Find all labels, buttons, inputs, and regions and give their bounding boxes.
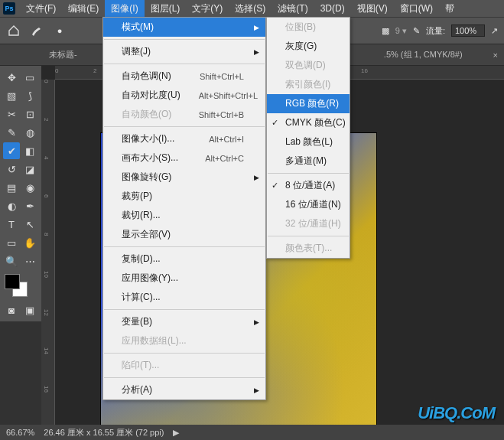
menu-apply-image[interactable]: 应用图像(Y)...	[103, 269, 265, 288]
quickmask-icon[interactable]: ◙	[3, 301, 20, 318]
shape-tool-icon[interactable]: ▭	[3, 234, 20, 251]
menu-trap[interactable]: 陷印(T)...	[103, 356, 265, 375]
ruler-tick: 12	[43, 309, 50, 316]
menu-file[interactable]: 文件(F)	[20, 0, 62, 18]
brush-size-icon[interactable]: ●	[52, 23, 67, 38]
mode-multichannel[interactable]: 多通道(M)	[267, 152, 350, 171]
ruler-tick: 2	[43, 118, 50, 121]
mode-rgb[interactable]: RGB 颜色(R)	[267, 94, 350, 113]
eraser-tool-icon[interactable]: ◪	[21, 161, 38, 178]
brush-tool-icon[interactable]: ✔	[3, 142, 20, 159]
menu-auto-contrast[interactable]: 自动对比度(U)Alt+Shift+Ctrl+L	[103, 86, 265, 105]
opacity-icon[interactable]: ▩	[382, 26, 389, 36]
menu-trim[interactable]: 裁切(R)...	[103, 206, 265, 225]
shortcut: Alt+Ctrl+I	[190, 135, 244, 144]
mode-lab[interactable]: Lab 颜色(L)	[267, 132, 350, 152]
zoom-tool-icon[interactable]: 🔍	[3, 253, 20, 269]
stamp-tool-icon[interactable]: ◧	[21, 142, 38, 159]
history-brush-icon[interactable]: ↺	[3, 161, 20, 178]
menu-adjustments[interactable]: 调整(J)▶	[103, 42, 265, 61]
eyedropper-tool-icon[interactable]: ✎	[3, 124, 20, 141]
menu-variables[interactable]: 变量(B)▶	[103, 312, 265, 331]
submenu-arrow-icon: ▶	[254, 48, 259, 56]
menu-calculations[interactable]: 计算(C)...	[103, 288, 265, 307]
menu-window[interactable]: 窗口(W)	[394, 0, 439, 18]
menu-duplicate[interactable]: 复制(D)...	[103, 249, 265, 269]
menu-type[interactable]: 文字(Y)	[186, 0, 229, 18]
color-swatches[interactable]	[3, 271, 38, 300]
menu-3d[interactable]: 3D(D)	[314, 1, 351, 16]
submenu-arrow-icon: ▶	[254, 174, 259, 181]
dodge-tool-icon[interactable]: ◐	[3, 197, 20, 214]
menu-rotate[interactable]: 图像旋转(G)▶	[103, 168, 265, 187]
mode-16bit[interactable]: 16 位/通道(N)	[267, 195, 350, 214]
mode-32bit[interactable]: 32 位/通道(H)	[267, 214, 350, 233]
move-tool-icon[interactable]: ✥	[3, 69, 20, 86]
mode-indexed[interactable]: 索引颜色(I)	[267, 75, 350, 94]
doc-dimensions[interactable]: 26.46 厘米 x 16.55 厘米 (72 ppi)	[44, 427, 164, 438]
blur-tool-icon[interactable]: ◉	[21, 179, 38, 196]
marquee-tool-icon[interactable]: ▧	[3, 87, 20, 104]
menu-mode[interactable]: 模式(M)▶	[103, 18, 265, 37]
menu-crop[interactable]: 裁剪(P)	[103, 187, 265, 206]
brush-preset-icon[interactable]	[29, 23, 44, 38]
menu-auto-color[interactable]: 自动颜色(O)Shift+Ctrl+B	[103, 105, 265, 124]
gradient-tool-icon[interactable]: ▤	[3, 179, 20, 196]
shortcut: Shift+Ctrl+B	[180, 110, 244, 119]
artboard-tool-icon[interactable]: ▭	[21, 69, 38, 86]
doc-tab-right[interactable]: .5% (组 1, CMYK/8#)	[384, 49, 463, 60]
menu-view[interactable]: 视图(V)	[351, 0, 394, 18]
ps-logo: Ps	[3, 2, 15, 15]
menu-select[interactable]: 选择(S)	[229, 0, 272, 18]
path-tool-icon[interactable]: ↖	[21, 216, 38, 233]
menu-analysis[interactable]: 分析(A)▶	[103, 380, 265, 399]
fg-color-swatch[interactable]	[5, 274, 20, 289]
mode-8bit[interactable]: ✓8 位/通道(A)	[267, 176, 350, 195]
ruler-tick: 8	[43, 233, 50, 236]
shortcut: Shift+Ctrl+L	[181, 72, 244, 81]
tab-close-icon[interactable]: ×	[493, 51, 498, 60]
lasso-tool-icon[interactable]: ⟆	[21, 87, 38, 104]
pen-tool-icon[interactable]: ✒	[21, 197, 38, 214]
zoom-level[interactable]: 66.67%	[6, 428, 34, 437]
tool-panel: ✥ ▭ ▧ ⟆ ✂ ⊡ ✎ ◍ ✔ ◧ ↺ ◪ ▤ ◉ ◐ ✒ T ↖ ▭ ✋ …	[0, 66, 41, 321]
status-bar: 66.67% 26.46 厘米 x 16.55 厘米 (72 ppi) ▶	[0, 425, 504, 440]
menu-edit[interactable]: 编辑(E)	[62, 0, 105, 18]
menu-image-size[interactable]: 图像大小(I)...Alt+Ctrl+I	[103, 129, 265, 148]
ruler-vertical[interactable]: 0 2 4 6 8 10 12 14 16	[41, 80, 55, 425]
edit-toolbar-icon[interactable]: ⋯	[21, 253, 38, 269]
hand-tool-icon[interactable]: ✋	[21, 234, 38, 251]
mode-grayscale[interactable]: 灰度(G)	[267, 37, 350, 56]
menu-filter[interactable]: 滤镜(T)	[272, 0, 314, 18]
menu-help[interactable]: 帮	[439, 0, 460, 18]
screenmode-icon[interactable]: ▣	[21, 301, 38, 318]
mode-cmyk[interactable]: ✓CMYK 颜色(C)	[267, 113, 350, 132]
menu-layer[interactable]: 图层(L)	[145, 0, 187, 18]
crop-tool-icon[interactable]: ✂	[3, 106, 20, 122]
menu-image[interactable]: 图像(I)	[105, 0, 144, 18]
ruler-tick: 6	[43, 194, 50, 197]
menu-reveal-all[interactable]: 显示全部(V)	[103, 225, 265, 244]
image-menu-dropdown: 模式(M)▶ 调整(J)▶ 自动色调(N)Shift+Ctrl+L 自动对比度(…	[102, 17, 266, 400]
ruler-tick: 14	[43, 347, 50, 354]
pressure-icon[interactable]: ✎	[413, 26, 420, 36]
menu-canvas-size[interactable]: 画布大小(S)...Alt+Ctrl+C	[103, 148, 265, 168]
frame-tool-icon[interactable]: ⊡	[21, 106, 38, 122]
mode-submenu: 位图(B) 灰度(G) 双色调(D) 索引颜色(I) RGB 颜色(R) ✓CM…	[266, 17, 350, 259]
menu-apply-dataset[interactable]: 应用数据组(L)...	[103, 331, 265, 350]
mode-color-table[interactable]: 颜色表(T)...	[267, 239, 350, 258]
status-arrow-icon[interactable]: ▶	[173, 428, 179, 438]
watermark-text: UiBQ.CoM	[418, 403, 495, 423]
flow-input[interactable]	[451, 24, 485, 37]
home-icon[interactable]	[6, 23, 21, 38]
menu-auto-tone[interactable]: 自动色调(N)Shift+Ctrl+L	[103, 67, 265, 86]
mode-bitmap[interactable]: 位图(B)	[267, 18, 350, 37]
patch-tool-icon[interactable]: ◍	[21, 124, 38, 141]
mode-duotone[interactable]: 双色调(D)	[267, 56, 350, 75]
ruler-tick: 16	[361, 67, 368, 74]
shortcut: Alt+Ctrl+C	[187, 154, 244, 163]
ruler-tick: 2	[93, 67, 96, 74]
type-tool-icon[interactable]: T	[3, 216, 20, 233]
airbrush-icon[interactable]: ↗	[491, 26, 498, 36]
doc-tab-left[interactable]: 未标题-	[49, 49, 77, 60]
